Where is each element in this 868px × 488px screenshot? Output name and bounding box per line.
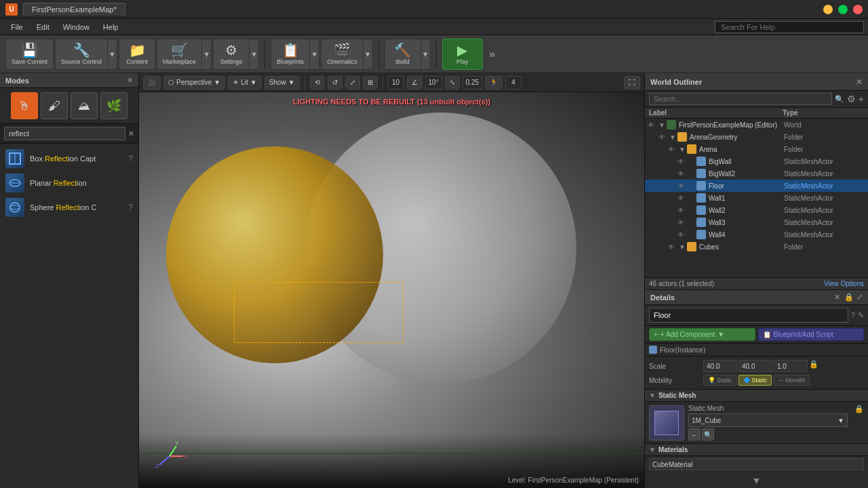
scale-z-field[interactable]: 1.0 [774,360,808,372]
sphere-reflection-help[interactable]: ? [128,203,133,212]
save-current-button[interactable]: 💾 Save Current [5,39,54,70]
marketplace-button[interactable]: 🛒 Marketplace [157,39,202,70]
settings-button[interactable]: ⚙ Settings [213,39,250,70]
title-tab[interactable]: FirstPersonExampleMap* [23,3,125,16]
expand-areageom[interactable]: ▼ [669,134,677,141]
scale-lock-icon[interactable]: 🔒 [809,360,818,372]
outliner-search-input[interactable] [649,93,832,105]
menu-help[interactable]: Help [96,22,125,33]
expand-arena[interactable]: ▼ [679,146,687,153]
outliner-row-arena[interactable]: 👁 ▼ Arena Folder [645,143,868,155]
viewport-options-button[interactable]: 🎥 [143,76,161,89]
outliner-view-options[interactable]: View Options [824,280,864,287]
box-reflection-help[interactable]: ? [128,154,133,163]
lit-arrow-icon: ▼ [250,79,257,86]
show-button[interactable]: Show ▼ [264,76,300,89]
details-close[interactable]: ✕ [834,293,840,302]
details-lock-icon[interactable]: 🔒 [844,293,854,302]
static-button[interactable]: 🔷 Static [738,375,772,386]
source-control-button[interactable]: 🔧 Source Control [55,39,108,70]
camera-speed-value[interactable]: 4 [505,76,521,89]
sm-search-button[interactable]: 🔍 [702,428,714,441]
angle-snap-button[interactable]: ∠ [407,76,422,89]
movable-button[interactable]: ↔ Movabl [773,375,810,386]
outliner-row-bigwall2[interactable]: 👁 BigWall2 StaticMeshActor [645,167,868,180]
rotate-snap-button[interactable]: ↺ [328,76,342,89]
scale-x-field[interactable]: 40.0 [703,360,737,372]
outliner-row-floor[interactable]: 👁 Floor StaticMeshActor [645,180,868,192]
toolbar-more-button[interactable]: » [486,39,499,70]
camera-speed-btn[interactable]: 🏃 [485,76,502,89]
rotation-snap-value[interactable]: 10° [425,76,442,89]
play-button[interactable]: ▶ Play [442,39,483,70]
placement-mode-button[interactable]: 🖱 [11,92,38,119]
scale-snap-button[interactable]: ⤢ [345,76,360,89]
lit-button[interactable]: ☀ Lit ▼ [228,76,261,89]
menu-window[interactable]: Window [56,22,96,33]
details-expand-icon[interactable]: ⤢ [856,293,863,302]
outliner-row-cubes[interactable]: 👁 ▼ Cubes Folder [645,241,868,253]
settings-arrow[interactable]: ▼ [250,39,259,70]
menu-edit[interactable]: Edit [30,22,56,33]
planar-reflection-item[interactable]: Planar Reflection [0,171,138,195]
play-icon: ▶ [457,43,467,57]
actor-name-input[interactable] [649,308,848,323]
help-search-input[interactable] [715,21,864,33]
outliner-add-button[interactable]: + [859,94,864,104]
static-mesh-dropdown[interactable]: 1M_Cube ▼ [688,413,848,427]
expand-map[interactable]: ▼ [658,121,667,129]
cinematics-button[interactable]: 🎬 Cinematics [321,39,363,70]
marketplace-arrow[interactable]: ▼ [202,39,212,70]
build-arrow[interactable]: ▼ [421,39,431,70]
box-reflection-item[interactable]: Box Reflection Capt ? [0,146,138,171]
transform-button[interactable]: ⟲ [310,76,325,89]
outliner-row-wall3[interactable]: 👁 Wall3 StaticMeshActor [645,216,868,228]
grid-size-value[interactable]: 10 [388,76,404,89]
menu-file[interactable]: File [4,22,30,33]
outliner-row-wall1[interactable]: 👁 Wall1 StaticMeshActor [645,192,868,204]
content-button[interactable]: 📁 Content [119,39,155,70]
build-button[interactable]: 🔨 Build [384,39,421,70]
material-value-0[interactable]: CubeMaterial [649,458,864,470]
materials-section-header[interactable]: ▼ Materials [645,444,868,456]
sm-prev-button[interactable]: ← [688,428,701,441]
expand-cubes[interactable]: ▼ [679,243,687,251]
modes-close-button[interactable]: ✕ [127,76,133,85]
blueprints-button[interactable]: 📋 Blueprints [271,39,310,70]
static-mesh-section-header[interactable]: ▼ Static Mesh [645,390,868,402]
outliner-row-bigwall[interactable]: 👁 BigWall StaticMeshActor [645,155,868,167]
close-button[interactable] [853,5,863,14]
paint-mode-button[interactable]: 🖌 [41,92,68,119]
modes-search-input[interactable] [4,127,125,140]
landscape-mode-button[interactable]: ⛰ [71,92,98,119]
outliner-row-wall4[interactable]: 👁 Wall4 StaticMeshActor [645,228,868,241]
details-edit-icon[interactable]: ✎ [858,311,864,320]
scale-snap-value[interactable]: 0.25 [462,76,482,89]
modes-search-clear[interactable]: ✕ [128,129,134,138]
outliner-row-wall2[interactable]: 👁 Wall2 StaticMeshActor [645,204,868,216]
maximize-button[interactable] [838,5,848,14]
stationary-button[interactable]: 💡 Static [703,375,737,386]
foliage-mode-button[interactable]: 🌿 [100,92,127,119]
perspective-button[interactable]: ⬡ Perspective ▼ [163,76,225,89]
scale-btn[interactable]: ⤡ [445,76,460,89]
outliner-row-map[interactable]: 👁 ▼ FirstPersonExampleMap (Editor) World [645,119,868,131]
source-control-arrow[interactable]: ▼ [108,39,117,70]
maximize-viewport-button[interactable]: ⛶ [624,76,640,89]
details-help-icon[interactable]: ? [851,311,855,319]
cinematics-arrow[interactable]: ▼ [363,39,373,70]
blueprints-arrow[interactable]: ▼ [310,39,319,70]
grid-button[interactable]: ⊞ [363,76,378,89]
world-outliner-close[interactable]: ✕ [856,77,863,87]
minimize-button[interactable] [823,5,833,14]
scale-y-field[interactable]: 40.0 [738,360,772,372]
sm-lock-icon[interactable]: 🔒 [854,405,864,413]
add-component-button[interactable]: + + Add Component ▼ [649,328,755,341]
outliner-settings-button[interactable]: ⚙ [847,94,856,104]
sphere-reflection-item[interactable]: Sphere Reflection C ? [0,195,138,220]
viewport-canvas[interactable]: LIGHTING NEEDS TO BE REBUILT (13 unbuilt… [139,92,644,488]
outliner-row-areageom[interactable]: 👁 ▼ ArenaGeometry Folder [645,131,868,143]
outliner-search-button[interactable]: 🔍 [835,95,844,104]
expand-down-icon[interactable]: ▼ [752,475,762,486]
blueprint-script-button[interactable]: 📋 Blueprint/Add Script [758,328,865,341]
